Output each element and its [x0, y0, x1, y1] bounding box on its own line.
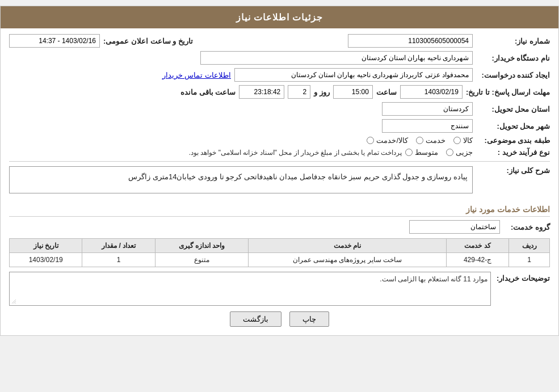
col-name: نام خدمت — [249, 239, 447, 253]
cell-code: ج-42-429 — [446, 253, 509, 267]
cell-name: ساخت سایر پروژه‌های مهندسی عمران — [249, 253, 447, 267]
table-row: 1ج-42-429ساخت سایر پروژه‌های مهندسی عمرا… — [10, 253, 550, 267]
service-group-label: گروه خدمت: — [505, 223, 550, 231]
col-qty: تعداد / مقدار — [82, 239, 155, 253]
description-label: شرح کلی نیاز: — [476, 166, 550, 175]
page-title: جزئیات اطلاعات نیاز — [1, 6, 558, 28]
category-kala-label: کالا — [463, 136, 473, 145]
deadline-remaining-label: ساعت باقی مانده — [180, 88, 236, 96]
city-label: شهر محل تحویل: — [476, 122, 550, 130]
deadline-day-input — [288, 85, 310, 99]
deadline-time-label: ساعت — [376, 88, 397, 96]
deadline-time-input — [333, 85, 373, 99]
creator-label: ایجاد کننده درخواست: — [476, 71, 550, 79]
service-group-input — [409, 220, 500, 234]
province-label: استان محل تحویل: — [476, 105, 550, 113]
buyer-org-input — [200, 51, 473, 65]
description-text: پیاده روسازی و جدول گذاری حریم سبز خانقا… — [128, 172, 468, 181]
category-option-khedmat[interactable]: خدمت — [416, 136, 445, 145]
need-number-label: شماره نیاز: — [476, 37, 550, 45]
announce-datetime-label: تاریخ و ساعت اعلان عمومی: — [103, 37, 193, 45]
deadline-date-input — [400, 85, 463, 99]
creator-input — [234, 68, 473, 82]
category-khedmat-radio[interactable] — [416, 137, 423, 144]
cell-date: 1403/02/19 — [10, 253, 82, 267]
category-radio-group: کالا خدمت کالا/خدمت — [367, 136, 473, 145]
proc-jozi-label: جزیی — [456, 148, 473, 157]
category-option-kala-khedmat[interactable]: کالا/خدمت — [367, 136, 408, 145]
category-kala-radio[interactable] — [453, 137, 461, 144]
province-input — [382, 102, 473, 116]
proc-motavasset[interactable]: متوسط — [405, 148, 438, 157]
proc-jozi[interactable]: جزیی — [446, 148, 473, 157]
category-kala-khedmat-radio[interactable] — [367, 137, 374, 144]
resize-icon — [11, 298, 16, 304]
need-number-input — [348, 34, 473, 48]
svg-line-2 — [15, 303, 16, 304]
proc-type-label: نوع فرآیند خرید : — [476, 148, 550, 157]
notes-label: توضیحات خریدار: — [497, 272, 550, 283]
print-button[interactable]: چاپ — [289, 311, 329, 327]
cell-unit: متنوع — [155, 253, 248, 267]
cell-qty: 1 — [82, 253, 155, 267]
proc-type-radio-group: جزیی متوسط — [405, 148, 473, 157]
deadline-day-label: روز و — [314, 88, 330, 96]
category-khedmat-label: خدمت — [426, 136, 445, 145]
description-box: پیاده روسازی و جدول گذاری حریم سبز خانقا… — [9, 166, 473, 193]
contact-link[interactable]: اطلاعات تماس خریدار — [162, 71, 231, 79]
proc-jozi-radio[interactable] — [446, 149, 453, 156]
proc-motavasset-label: متوسط — [415, 148, 438, 157]
category-label: طبقه بندی موضوعی: — [476, 136, 550, 145]
services-table: ردیف کد خدمت نام خدمت واحد اندازه گیری ت… — [9, 238, 550, 267]
deadline-remaining-input — [239, 85, 284, 99]
col-code: کد خدمت — [446, 239, 509, 253]
col-row: ردیف — [509, 239, 550, 253]
city-input — [382, 119, 473, 133]
cell-row: 1 — [509, 253, 550, 267]
notes-text: موارد 11 گانه استعلام بها الزامی است. — [12, 275, 487, 283]
category-kala-khedmat-label: کالا/خدمت — [376, 136, 408, 145]
notes-box: موارد 11 گانه استعلام بها الزامی است. — [9, 272, 491, 306]
col-unit: واحد اندازه گیری — [155, 239, 248, 253]
deadline-label: مهلت ارسال پاسخ: تا تاریخ: — [466, 88, 550, 96]
services-section-title: اطلاعات خدمات مورد نیاز — [9, 205, 550, 217]
back-button[interactable]: بازگشت — [230, 311, 281, 327]
category-option-kala[interactable]: کالا — [453, 136, 473, 145]
proc-motavasset-radio[interactable] — [405, 149, 413, 156]
col-date: تاریخ نیاز — [10, 239, 82, 253]
proc-description: پرداخت تمام یا بخشی از مبلغ خریدار از مح… — [189, 149, 402, 157]
announce-datetime-input — [9, 34, 100, 48]
buyer-org-label: نام دستگاه خریدار: — [476, 54, 550, 62]
